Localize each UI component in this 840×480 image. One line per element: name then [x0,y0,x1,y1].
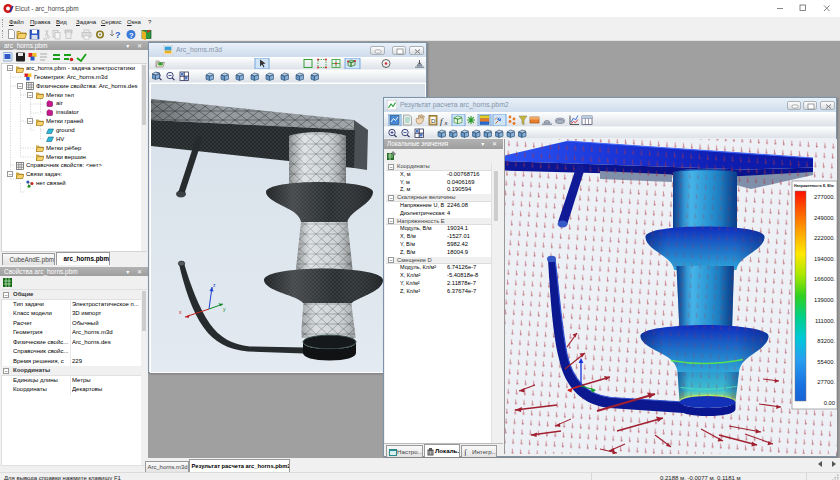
svg-text:27700.: 27700. [817,379,835,385]
svg-text:55400.: 55400. [817,359,835,365]
svg-text:249000.: 249000. [814,215,835,221]
svg-text:∫: ∫ [464,448,467,456]
svg-text:f: f [440,116,444,126]
svg-text:D: D [431,118,436,124]
svg-text:Напряженность E, В/м: Напряженность E, В/м [794,184,834,188]
svg-text:?: ? [129,31,134,40]
svg-text:x: x [444,118,448,125]
svg-text:194000.: 194000. [814,256,835,262]
svg-text:139000.: 139000. [814,297,835,303]
svg-text:166000.: 166000. [814,276,835,282]
svg-text:83200.: 83200. [817,338,835,344]
svg-text:277000.: 277000. [814,194,835,200]
svg-text:?: ? [115,30,121,40]
svg-text:111000.: 111000. [815,318,835,324]
svg-text:222000.: 222000. [814,235,835,241]
svg-text:0.00: 0.00 [824,400,835,406]
